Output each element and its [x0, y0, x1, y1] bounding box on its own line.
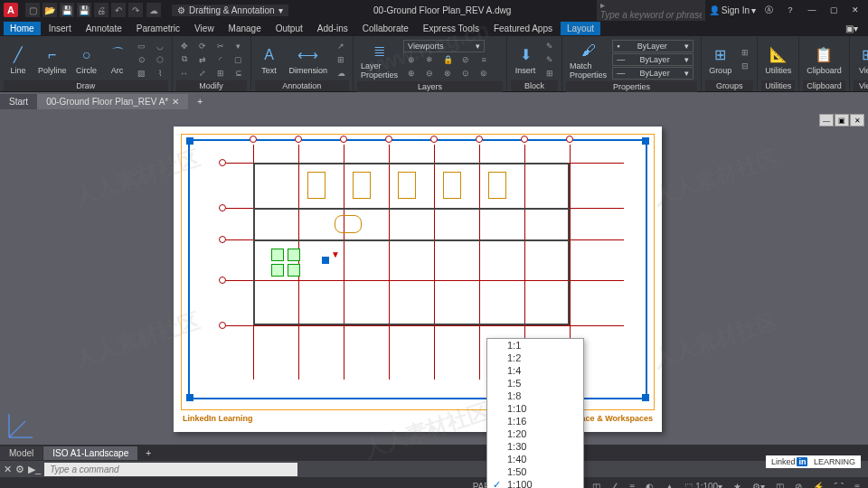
- tab-addins[interactable]: Add-ins: [311, 22, 354, 35]
- scale-option[interactable]: 1:30: [487, 440, 583, 453]
- isolate-icon[interactable]: ⊘: [792, 482, 805, 489]
- tab-view[interactable]: View: [188, 22, 221, 35]
- close-cmdline-icon[interactable]: ✕: [4, 464, 12, 475]
- scale-option[interactable]: 1:5: [487, 377, 583, 389]
- tab-home[interactable]: Home: [4, 22, 41, 35]
- undo-icon[interactable]: ↶: [111, 3, 126, 17]
- monitor-icon[interactable]: ◫: [773, 482, 787, 489]
- customize-icon[interactable]: ⚙: [15, 464, 24, 475]
- arc-button[interactable]: ⌒Arc: [103, 38, 132, 80]
- insert-button[interactable]: ⬇Insert: [511, 38, 540, 80]
- grip-bottom-left[interactable]: [186, 394, 193, 401]
- redo-icon[interactable]: ↷: [128, 3, 143, 17]
- linetype-dropdown[interactable]: — ByLayer▾: [612, 67, 693, 80]
- rect-icon[interactable]: ▭: [134, 40, 150, 52]
- annotation-visibility-icon[interactable]: ★: [731, 482, 744, 489]
- scale-option[interactable]: 1:8: [487, 389, 583, 402]
- saveas-icon[interactable]: 💾: [77, 3, 91, 17]
- workspace-icon[interactable]: ⚙▾: [750, 482, 768, 489]
- command-input[interactable]: [44, 463, 297, 476]
- customize-status-icon[interactable]: ≡: [852, 482, 863, 489]
- doc-minimize[interactable]: —: [819, 114, 834, 127]
- scale-option[interactable]: 1:16: [487, 415, 583, 427]
- workspace-selector[interactable]: ⚙ Drafting & Annotation ▾: [172, 5, 288, 16]
- leader-icon[interactable]: ↗: [333, 40, 349, 52]
- tab-insert[interactable]: Insert: [42, 22, 78, 35]
- match-properties-button[interactable]: 🖌Match Properties: [566, 38, 610, 81]
- line-button[interactable]: ╱Line: [4, 38, 33, 80]
- move-icon[interactable]: ✥: [176, 40, 193, 52]
- open-icon[interactable]: 📂: [42, 3, 57, 17]
- trim-icon[interactable]: ✂: [212, 40, 229, 52]
- mirror-icon[interactable]: ⇄: [194, 53, 211, 66]
- create-block-icon[interactable]: ✎: [542, 40, 558, 52]
- clipboard-button[interactable]: 📋Clipboard: [803, 38, 845, 80]
- grip-center[interactable]: [322, 257, 329, 264]
- close-button[interactable]: ✕: [846, 4, 864, 16]
- scale-option[interactable]: 1:20: [487, 427, 583, 440]
- scale-option[interactable]: 1:10: [487, 402, 583, 415]
- search-input[interactable]: [600, 10, 702, 20]
- lineweight-dropdown[interactable]: — ByLayer▾: [612, 53, 693, 66]
- save-icon[interactable]: 💾: [60, 3, 74, 17]
- ucs-icon[interactable]: [5, 405, 42, 441]
- viewport-scale-grip[interactable]: [331, 249, 342, 260]
- doc-close[interactable]: ✕: [850, 114, 864, 127]
- scale-option[interactable]: 1:1: [487, 339, 583, 352]
- grip-top-left[interactable]: [186, 137, 193, 145]
- tab-layout[interactable]: Layout: [561, 22, 600, 35]
- scale-icon[interactable]: ⤢: [194, 67, 211, 80]
- grip-top-right[interactable]: [642, 137, 649, 145]
- circle-button[interactable]: ○Circle: [72, 38, 101, 80]
- array-icon[interactable]: ⊞: [212, 67, 229, 80]
- model-tab[interactable]: Model: [0, 446, 42, 460]
- maximize-button[interactable]: ▢: [825, 4, 843, 16]
- dimension-button[interactable]: ⟷Dimension: [286, 38, 332, 80]
- hatch-icon[interactable]: ▨: [134, 67, 150, 80]
- text-button[interactable]: AText: [255, 38, 284, 80]
- view-button[interactable]: ⊞View: [854, 38, 868, 80]
- scale-option[interactable]: 1:50: [487, 465, 583, 478]
- tab-parametric[interactable]: Parametric: [130, 22, 186, 35]
- ribbon-minimize-icon[interactable]: ▣▾: [839, 22, 864, 35]
- scale-option[interactable]: 1:4: [487, 364, 583, 377]
- sign-in-button[interactable]: 👤 Sign In ▾: [709, 5, 756, 15]
- color-dropdown[interactable]: ▪ ByLayer▾: [612, 40, 693, 52]
- layer-properties-button[interactable]: ≣Layer Properties: [357, 38, 401, 81]
- doc-restore[interactable]: ▣: [835, 114, 849, 127]
- help-search[interactable]: ▸: [597, 0, 705, 21]
- app-icon[interactable]: A: [4, 3, 18, 17]
- hardware-accel-icon[interactable]: ⚡: [810, 482, 826, 489]
- new-icon[interactable]: ▢: [25, 3, 40, 17]
- grip-bottom-right[interactable]: [642, 394, 649, 401]
- lineweight-icon[interactable]: ≡: [627, 482, 638, 489]
- file-tab-active[interactable]: 00-Ground Floor Plan_REV A* ✕: [37, 94, 188, 109]
- tab-collaborate[interactable]: Collaborate: [356, 22, 415, 35]
- start-tab[interactable]: Start: [0, 94, 37, 109]
- share-icon[interactable]: ☁: [146, 3, 161, 17]
- stretch-icon[interactable]: ↔: [176, 67, 193, 80]
- scale-option[interactable]: 1:2: [487, 352, 583, 364]
- polyline-button[interactable]: ⌐Polyline: [34, 38, 71, 80]
- scale-option[interactable]: 1:100: [487, 478, 583, 488]
- paper-space[interactable]: LinkedIn Learning AutoCAD: Space & Works…: [174, 127, 662, 432]
- otrack-icon[interactable]: ∠: [609, 482, 622, 489]
- autodesk-app-icon[interactable]: Ⓐ: [760, 4, 778, 16]
- tab-express[interactable]: Express Tools: [417, 22, 486, 35]
- group-button[interactable]: ⊞Group: [705, 38, 735, 80]
- tab-output[interactable]: Output: [269, 22, 309, 35]
- new-tab-button[interactable]: +: [188, 94, 212, 109]
- copy-icon[interactable]: ⧉: [176, 53, 193, 66]
- osnap-icon[interactable]: ◫: [590, 482, 603, 489]
- help-icon[interactable]: ?: [781, 4, 799, 16]
- utilities-button[interactable]: 📐Utilities: [761, 38, 795, 80]
- minimize-button[interactable]: —: [803, 4, 821, 16]
- tab-annotate[interactable]: Annotate: [80, 22, 128, 35]
- layer-dropdown[interactable]: Viewports▾: [403, 40, 485, 52]
- plot-icon[interactable]: 🖨: [94, 3, 108, 17]
- tab-featured[interactable]: Featured Apps: [487, 22, 559, 35]
- drawing-area[interactable]: — ▣ ✕ LinkedIn Learning AutoCAD: Space &…: [0, 110, 868, 445]
- transparency-icon[interactable]: ◐: [643, 482, 656, 489]
- layout-tab-active[interactable]: ISO A1-Landscape: [43, 446, 137, 460]
- add-layout-button[interactable]: +: [138, 446, 158, 460]
